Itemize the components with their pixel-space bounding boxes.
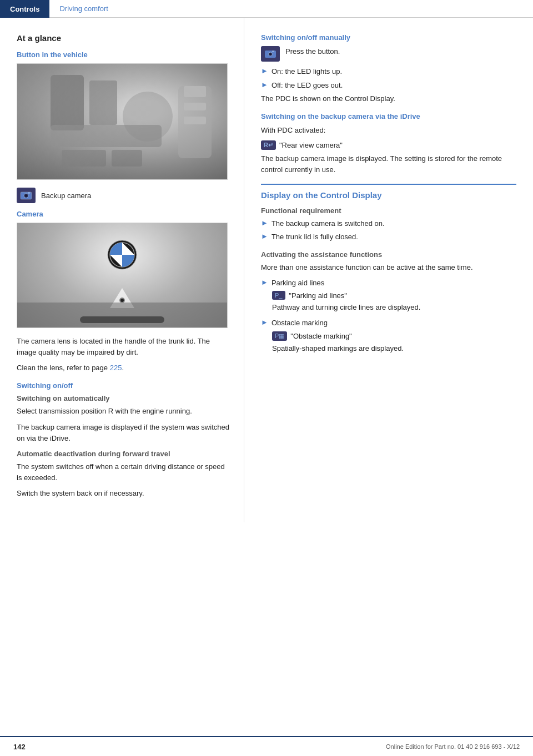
functional-req-heading: Functional requirement: [261, 206, 516, 215]
page-footer: 142 Online Edition for Part no. 01 40 2 …: [0, 736, 533, 756]
svg-point-8: [270, 53, 271, 55]
camera-image-inner: [17, 223, 227, 327]
vehicle-image: [17, 63, 228, 180]
obstacle-marking-bullet: ► Obstacle marking: [261, 317, 516, 329]
bullet-arrow-icon2: ►: [261, 80, 268, 89]
clean-lens-prefix: Clean the lens, refer to page: [17, 364, 110, 372]
switching-auto-desc2: The backup camera image is displayed if …: [17, 422, 230, 444]
func-req2-text: The trunk lid is fully closed.: [271, 231, 358, 243]
on-led-text: On: the LED lights up.: [271, 66, 342, 77]
backup-camera-row: Backup camera: [17, 188, 230, 203]
switching-subtitle: Switching on/off: [17, 381, 230, 390]
driving-label: Driving comfort: [59, 4, 108, 13]
obstacle-icon: P▦: [272, 331, 287, 341]
display-section: Display on the Control Display Functiona…: [261, 184, 516, 354]
parking-aid-icon: P⎯: [272, 291, 285, 300]
left-column: At a glance Button in the vehicle: [0, 18, 244, 522]
footer-edition: Online Edition for Part no. 01 40 2 916 …: [386, 743, 520, 750]
activating-desc: More than one assistance function can be…: [261, 262, 516, 273]
header-controls-tab[interactable]: Controls: [0, 0, 49, 18]
parking-aid-quoted: "Parking aid lines": [289, 291, 347, 300]
footer-page: 142: [13, 743, 26, 751]
svg-point-2: [25, 195, 27, 197]
rear-view-label: "Rear view camera": [279, 141, 343, 149]
display-title: Display on the Control Display: [261, 190, 516, 200]
bullet-arrow-icon: ►: [261, 67, 268, 75]
at-a-glance-section: At a glance Button in the vehicle: [17, 33, 230, 374]
func-req1-text: The backup camera is switched on.: [271, 218, 385, 229]
obstacle-icon-row: P▦ "Obstacle marking": [272, 331, 516, 341]
on-led-bullet: ► On: the LED lights up.: [261, 66, 516, 77]
at-a-glance-title: At a glance: [17, 33, 230, 43]
backup-camera-icon: [17, 188, 36, 203]
func-req1-bullet: ► The backup camera is switched on.: [261, 218, 516, 229]
press-icon: [261, 46, 280, 62]
parking-aid-arrow: ►: [261, 278, 268, 286]
parking-aid-desc: Pathway and turning circle lines are dis…: [272, 302, 516, 313]
func-req1-arrow: ►: [261, 219, 268, 227]
rear-view-desc: The backup camera image is displayed. Th…: [261, 153, 516, 175]
camera-image: [17, 223, 228, 328]
with-pdc: With PDC activated:: [261, 125, 516, 136]
auto-deactivation-desc1: The system switches off when a certain d…: [17, 461, 230, 483]
controls-label: Controls: [10, 5, 39, 13]
switching-manual-subtitle: Switching on/off manually: [261, 33, 516, 42]
switching-section: Switching on/off Switching on automatica…: [17, 381, 230, 499]
press-button-label: Press the button.: [285, 46, 340, 57]
header-driving-tab[interactable]: Driving comfort: [49, 0, 533, 18]
backup-idrive-section: Switching on the backup camera via the i…: [261, 112, 516, 175]
auto-deactivation-desc2: Switch the system back on if necessary.: [17, 488, 230, 499]
parking-aid-text: Parking aid lines: [271, 278, 324, 289]
display-divider: [261, 184, 516, 185]
func-req2-bullet: ► The trunk lid is fully closed.: [261, 231, 516, 243]
backup-camera-label: Backup camera: [41, 191, 91, 200]
switching-auto-heading: Switching on automatically: [17, 394, 230, 402]
pdc-shown: The PDC is shown on the Control Display.: [261, 93, 516, 104]
obstacle-desc: Spatially-shaped markings are displayed.: [272, 343, 516, 354]
press-button-row: Press the button.: [261, 46, 516, 62]
func-req2-arrow: ►: [261, 232, 268, 240]
switching-manual-section: Switching on/off manually Press the butt…: [261, 33, 516, 104]
vehicle-image-inner: [17, 64, 227, 179]
obstacle-quoted: "Obstacle marking": [290, 332, 351, 340]
auto-deactivation-heading: Automatic deactivation during forward tr…: [17, 450, 230, 458]
right-column: Switching on/off manually Press the butt…: [244, 18, 533, 522]
rear-view-row: R↵ "Rear view camera": [261, 140, 516, 150]
off-led-bullet: ► Off: the LED goes out.: [261, 80, 516, 91]
backup-idrive-subtitle: Switching on the backup camera via the i…: [261, 112, 516, 120]
switching-auto-desc1: Select transmission position R with the …: [17, 406, 230, 417]
camera-subtitle: Camera: [17, 210, 230, 218]
clean-lens-suffix: .: [122, 364, 124, 372]
camera-desc1: The camera lens is located in the handle…: [17, 336, 230, 358]
obstacle-marking-text: Obstacle marking: [271, 317, 328, 329]
activating-heading: Activating the assistance functions: [261, 250, 516, 259]
button-subtitle: Button in the vehicle: [17, 51, 230, 59]
main-content: At a glance Button in the vehicle: [0, 18, 533, 522]
page-header: Controls Driving comfort: [0, 0, 533, 18]
clean-lens-link[interactable]: 225: [110, 364, 122, 372]
rear-view-icon: R↵: [261, 140, 276, 150]
clean-lens-text: Clean the lens, refer to page 225.: [17, 362, 230, 374]
off-led-text: Off: the LED goes out.: [271, 80, 343, 91]
parking-aid-bullet: ► Parking aid lines: [261, 278, 516, 289]
svg-rect-3: [28, 192, 30, 194]
svg-rect-9: [272, 51, 274, 52]
obstacle-marking-arrow: ►: [261, 318, 268, 326]
parking-aid-icon-row: P⎯ "Parking aid lines": [272, 291, 516, 300]
bmw-logo: [107, 240, 137, 270]
